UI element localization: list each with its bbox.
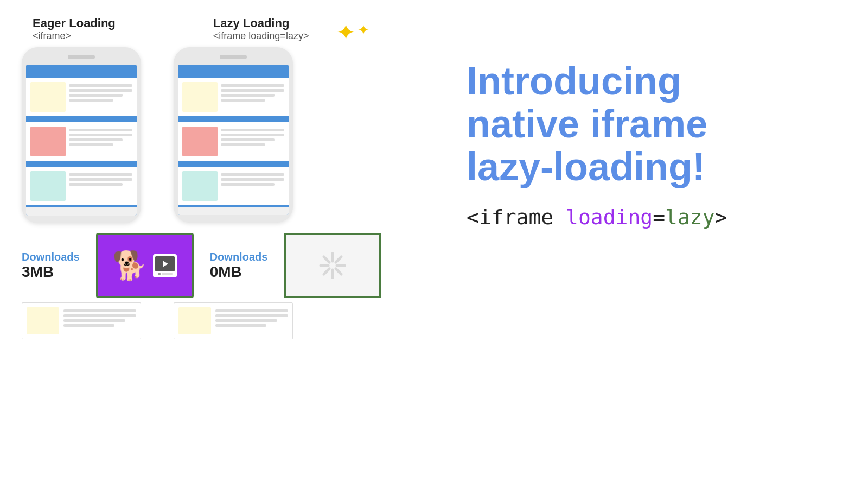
lazy-section-2: [178, 122, 289, 161]
phone-labels-row: Eager Loading <iframe> Lazy Loading <ifr…: [33, 16, 309, 42]
eager-subtitle: <iframe>: [33, 30, 116, 42]
sparkle-icon: ✦✦: [336, 19, 367, 46]
code-lazy-part: lazy: [665, 205, 715, 229]
play-triangle-icon: [163, 261, 168, 267]
eager-download-label: Downloads: [22, 251, 80, 263]
loading-spinner-icon: [316, 249, 349, 282]
svg-line-5: [336, 269, 341, 274]
eager-section-1: [26, 78, 137, 116]
eager-section-2: [26, 122, 137, 161]
eager-lines-1: [69, 82, 132, 102]
introducing-line2: native iframe: [467, 103, 846, 146]
video-controls: [158, 273, 173, 275]
code-iframe-part: <iframe: [467, 205, 566, 229]
lazy-download-stat: Downloads 0MB: [210, 251, 268, 281]
eager-title: Eager Loading: [33, 16, 116, 30]
eager-section-3: [26, 167, 137, 205]
below-eager-box: [22, 302, 141, 339]
text-section: Introducing native iframe lazy-loading! …: [434, 16, 846, 229]
code-close-part: >: [715, 205, 727, 229]
code-loading-part: loading: [566, 205, 653, 229]
lazy-subtitle: <iframe loading=lazy>: [213, 30, 309, 42]
lazy-lines-3: [221, 171, 284, 186]
code-equals-part: =: [653, 205, 665, 229]
eager-phone-mockup: [22, 47, 141, 223]
eager-iframe-preview: 🐕: [96, 233, 194, 298]
eager-phone-screen: [26, 65, 137, 216]
lazy-section-1: [178, 78, 289, 116]
svg-line-6: [336, 257, 341, 262]
below-phones-row: [22, 302, 293, 339]
introducing-line3: lazy-loading!: [467, 146, 846, 188]
downloads-previews-row: Downloads 3MB 🐕 Downloads: [22, 233, 381, 298]
lazy-lines-1: [221, 82, 284, 102]
phones-row: [22, 47, 293, 223]
eager-lines-3: [69, 171, 132, 186]
phone-header-bar: [26, 65, 137, 75]
eager-block-yellow: [30, 82, 66, 112]
lazy-lines-2: [221, 127, 284, 146]
phone-notch-eager: [68, 55, 95, 59]
introducing-line1: Introducing: [467, 60, 846, 103]
phone-header-bar-lazy: [178, 65, 289, 75]
lazy-iframe-preview: [284, 233, 381, 298]
phone-notch-lazy: [220, 55, 247, 59]
lazy-phone-screen: [178, 65, 289, 215]
svg-line-4: [324, 257, 329, 262]
eager-lines-2: [69, 127, 132, 146]
below-lazy-lines: [215, 307, 288, 334]
lazy-label: Lazy Loading <iframe loading=lazy> ✦✦: [213, 16, 309, 42]
svg-line-7: [324, 269, 329, 274]
eager-block-teal: [30, 171, 66, 201]
eager-download-size: 3MB: [22, 263, 80, 281]
phones-section: Eager Loading <iframe> Lazy Loading <ifr…: [22, 16, 434, 339]
eager-label: Eager Loading <iframe>: [33, 16, 116, 42]
code-text-bottom: <iframe loading=lazy>: [467, 205, 846, 229]
video-icon-box: [153, 254, 177, 277]
eager-download-stat: Downloads 3MB: [22, 251, 80, 281]
introducing-text: Introducing native iframe lazy-loading!: [467, 60, 846, 189]
lazy-section-3: [178, 167, 289, 205]
lazy-download-label: Downloads: [210, 251, 268, 263]
below-eager-block: [27, 307, 59, 334]
lazy-title: Lazy Loading: [213, 16, 309, 30]
dog-icon: 🐕: [112, 249, 148, 282]
lazy-block-yellow: [182, 82, 218, 112]
eager-block-pink: [30, 127, 66, 156]
lazy-block-teal: [182, 171, 218, 201]
below-lazy-box: [174, 302, 293, 339]
main-container: Eager Loading <iframe> Lazy Loading <ifr…: [0, 0, 868, 499]
below-lazy-block: [178, 307, 211, 334]
lazy-phone-mockup: [174, 47, 293, 223]
lazy-block-pink: [182, 127, 218, 156]
video-play-button: [155, 256, 175, 271]
lazy-download-size: 0MB: [210, 263, 268, 281]
below-eager-lines: [63, 307, 136, 334]
